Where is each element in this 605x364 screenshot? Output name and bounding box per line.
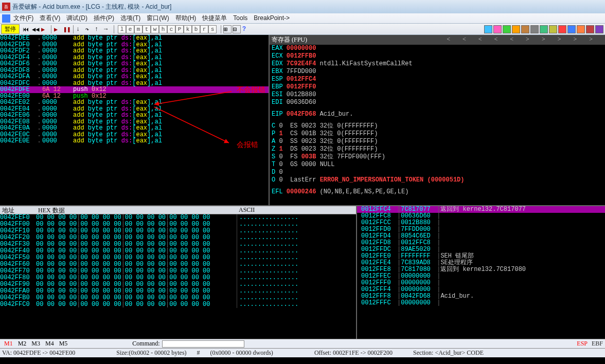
window-button-w[interactable]: w [151, 25, 159, 33]
menu-item[interactable]: 窗口(W) [147, 14, 169, 22]
window-button-h[interactable]: h [159, 25, 167, 33]
m-button-1[interactable]: M1 [2, 340, 15, 347]
arrow-right-icon[interactable]: > [526, 35, 529, 44]
grid-icon[interactable]: ⊞ [223, 25, 232, 33]
register-row[interactable]: EDX 7C92E4F4 ntdll.KiFastSystemCallRet [270, 60, 605, 68]
plugin-icon[interactable] [549, 25, 557, 33]
help-icon[interactable]: ? [242, 25, 250, 33]
arrow-left-icon[interactable]: < [462, 35, 466, 44]
m-button-4[interactable]: M4 [43, 340, 56, 347]
plugin-icon[interactable] [484, 25, 492, 33]
dump-row[interactable]: 0042FFC000 00 00 00|00 00 00 00|00 00 00… [0, 301, 356, 308]
stack-row[interactable]: 0012FFD4| 8054C6ED| [357, 233, 605, 240]
plugin-icon[interactable] [521, 25, 529, 33]
register-row[interactable]: ESI 0012B880 [270, 91, 605, 99]
registers-panel[interactable]: 寄存器 (FPU) < < < < < > > > > > EAX 000000… [269, 35, 605, 205]
eip-row[interactable]: EIP 0042FD68 Acid_bur. [270, 111, 605, 118]
stack-row[interactable]: 0012FFF4| 00000000| [357, 286, 605, 293]
disasm-row[interactable]: 0042FE0E.0000 add byte ptr ds:[eax],al [0, 138, 269, 144]
plugin-icon[interactable] [540, 25, 548, 33]
arrow-right-icon[interactable]: > [558, 35, 561, 44]
play2-icon[interactable]: ▶ [54, 25, 62, 33]
arrow-right-icon[interactable]: > [542, 35, 545, 44]
stack-row[interactable]: 0012FFF8| 0042FD68|Acid_bur. [357, 293, 605, 300]
window-button-P[interactable]: P [175, 25, 184, 33]
disasm-row[interactable]: 0042FDFE 6A 12 push 0x12 [0, 86, 269, 93]
window-button-b[interactable]: b [192, 25, 200, 33]
plugin-icon[interactable] [586, 25, 594, 33]
pause-button[interactable]: 暂停 [1, 24, 20, 34]
m-button-3[interactable]: M3 [29, 340, 42, 347]
menu-item[interactable]: 快捷菜单 [202, 14, 227, 22]
flag-row[interactable]: C 0 ES 0023 32位 0(FFFFFFFF) [270, 122, 605, 130]
rewind-icon[interactable]: ⏮ [22, 25, 30, 33]
menu-item[interactable]: 选项(T) [120, 14, 140, 22]
menu-item[interactable]: 帮助(H) [175, 14, 197, 22]
plugin-icon[interactable] [530, 25, 539, 33]
flag-row[interactable]: A 0 SS 0023 32位 0(FFFFFFFF) [270, 138, 605, 145]
disasm-row[interactable]: 0042FE06.0000 add byte ptr ds:[eax],al [0, 112, 269, 119]
window-button-e[interactable]: e [126, 25, 134, 33]
menu-item[interactable]: 调试(D) [66, 14, 87, 22]
disasm-row[interactable]: 0042FDF2.0000 add byte ptr ds:[eax],al [0, 48, 269, 54]
m-button-2[interactable]: M2 [16, 340, 29, 347]
plugin-icon[interactable] [558, 25, 566, 33]
stack-row[interactable]: 0012FFD8| 0012FFC8| [357, 240, 605, 246]
window-button-c[interactable]: c [167, 25, 175, 33]
flag-row[interactable]: Z 1 DS 0023 32位 0(FFFFFFFF) [270, 145, 605, 153]
run-to-icon[interactable]: → [103, 25, 112, 33]
disasm-row[interactable]: 0042FE02.0000 add byte ptr ds:[eax],al [0, 99, 269, 106]
arrow-right-icon[interactable]: > [589, 35, 593, 44]
window-button-t[interactable]: t [143, 25, 151, 33]
stack-row[interactable]: 0012FFC8| 00636D60| [357, 213, 605, 220]
stack-row[interactable]: 0012FFCC| 0012B880| [357, 220, 605, 226]
plugin-icon[interactable] [577, 25, 585, 33]
step-out-icon[interactable]: ↑ [94, 25, 102, 33]
window-button-k[interactable]: k [184, 25, 192, 33]
disasm-row[interactable]: 0042FDFA.0000 add byte ptr ds:[eax],al [0, 74, 269, 80]
flag-row[interactable]: P 1 CS 001B 32位 0(FFFFFFFF) [270, 130, 605, 138]
stack-row[interactable]: 0012FFE0| FFFFFFFF|SEH 链尾部 [357, 253, 605, 260]
disasm-row[interactable]: 0042FDEE.0000 add byte ptr ds:[eax],al [0, 35, 269, 42]
stack-row[interactable]: 0012FFDC| 89AE5020| [357, 246, 605, 253]
disasm-row[interactable]: 0042FDF6.0000 add byte ptr ds:[eax],al [0, 61, 269, 67]
pause2-icon[interactable]: ❚❚ [63, 25, 71, 33]
play-icon[interactable]: ▶ [41, 25, 49, 33]
window-button-r[interactable]: r [200, 25, 208, 33]
plugin-icon[interactable] [512, 25, 520, 33]
menu-item[interactable]: 查看(V) [40, 14, 60, 22]
arrow-left-icon[interactable]: < [478, 35, 482, 44]
step-back-icon[interactable]: ◀◀ [31, 25, 40, 33]
arrow-left-icon[interactable]: < [510, 35, 513, 44]
plugin-icon[interactable] [595, 25, 603, 33]
register-row[interactable]: EDI 00636D60 [270, 99, 605, 106]
settings-icon[interactable]: ⊟ [233, 25, 241, 33]
menu-item[interactable]: 文件(F) [13, 14, 33, 22]
command-input[interactable] [162, 340, 244, 348]
window-button-s[interactable]: s [208, 25, 217, 33]
hex-dump-panel[interactable]: 地址 HEX 数据 ASCII 0042FEF000 00 00 00|00 0… [0, 206, 356, 339]
register-row[interactable]: ESP 0012FFC4 [270, 76, 605, 83]
arrow-left-icon[interactable]: < [494, 35, 498, 44]
plugin-icon[interactable] [567, 25, 576, 33]
register-row[interactable]: EAX 00000000 [270, 45, 605, 52]
plugin-icon[interactable] [503, 25, 511, 33]
flag-row[interactable]: T 0 GS 0000 NULL [270, 161, 605, 169]
stack-row[interactable]: 0012FFFC| 00000000| [357, 300, 605, 306]
register-row[interactable]: ECX 0012FFB0 [270, 52, 605, 60]
disasm-row[interactable]: 0042FE0A.0000 add byte ptr ds:[eax],al [0, 125, 269, 132]
arrow-right-icon[interactable]: > [573, 35, 577, 44]
m-button-5[interactable]: M5 [57, 340, 70, 347]
window-button-m[interactable]: m [134, 25, 143, 33]
flag-row[interactable]: S 0 FS 003B 32位 7FFDF000(FFF) [270, 153, 605, 161]
arrow-left-icon[interactable]: < [447, 35, 450, 44]
step-over-icon[interactable]: ↷ [85, 25, 93, 33]
menu-icon[interactable] [2, 14, 10, 23]
flag-row[interactable]: O 0 LastErr ERROR_NO_IMPERSONATION_TOKEN… [270, 176, 605, 184]
menu-item[interactable]: 插件(P) [94, 14, 114, 22]
step-into-icon[interactable]: ↓ [76, 25, 84, 33]
stack-panel[interactable]: 0012FFC4| 7C817077|返回到 kernel32.7C817077… [356, 206, 605, 339]
window-button-l[interactable]: l [118, 25, 126, 33]
stack-row[interactable]: 0012FFF0| 00000000| [357, 280, 605, 286]
stack-row[interactable]: 0012FFEC| 00000000| [357, 273, 605, 280]
